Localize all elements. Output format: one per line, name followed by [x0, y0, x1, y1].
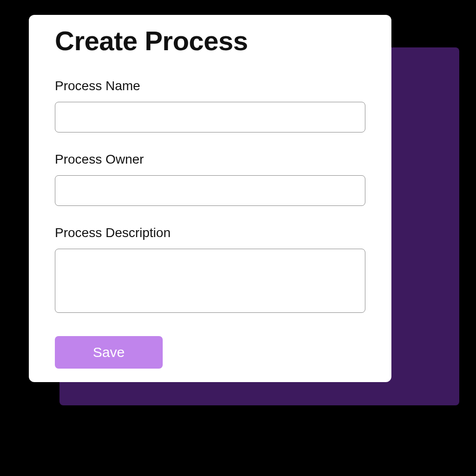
create-process-modal: Create Process Process Name Process Owne…	[29, 15, 391, 382]
process-description-label: Process Description	[55, 225, 365, 240]
field-group-description: Process Description	[55, 225, 365, 315]
save-button[interactable]: Save	[55, 336, 163, 369]
field-group-owner: Process Owner	[55, 152, 365, 206]
process-owner-input[interactable]	[55, 175, 365, 206]
process-name-input[interactable]	[55, 102, 365, 132]
process-name-label: Process Name	[55, 79, 365, 93]
process-owner-label: Process Owner	[55, 152, 365, 167]
modal-title: Create Process	[55, 25, 365, 56]
process-description-input[interactable]	[55, 249, 365, 313]
field-group-name: Process Name	[55, 79, 365, 132]
